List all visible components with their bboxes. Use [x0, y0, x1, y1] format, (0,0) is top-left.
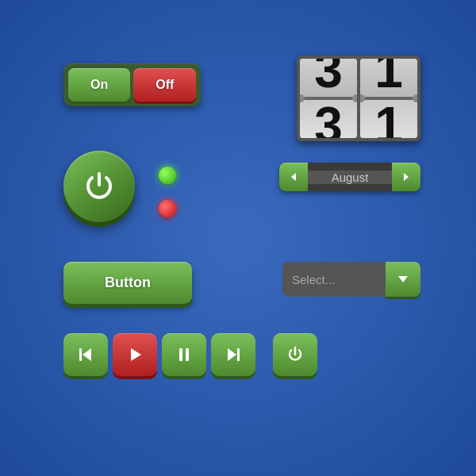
month-label: August — [308, 171, 392, 184]
svg-rect-3 — [179, 348, 182, 361]
svg-rect-0 — [79, 348, 82, 361]
svg-marker-8 — [404, 173, 409, 181]
media-play-button[interactable] — [113, 333, 157, 376]
skip-back-icon — [76, 345, 95, 364]
svg-rect-4 — [186, 348, 189, 361]
toggle-group: On Off — [63, 63, 201, 106]
flip-digit-2-top: 1 — [360, 59, 417, 98]
select-group: Select... — [282, 262, 420, 297]
svg-marker-1 — [83, 348, 91, 361]
toggle-on-button[interactable]: On — [68, 68, 130, 102]
power-button[interactable] — [63, 151, 135, 222]
svg-rect-5 — [237, 348, 240, 361]
chevron-left-icon — [288, 171, 299, 182]
flip-hinge-1 — [300, 97, 357, 100]
media-pause-button[interactable] — [162, 333, 206, 376]
led-group — [159, 167, 176, 217]
svg-marker-2 — [131, 348, 141, 361]
chevron-right-icon — [401, 171, 412, 182]
flip-hinge-2 — [360, 97, 417, 100]
month-navigator: August — [279, 163, 420, 191]
svg-marker-9 — [398, 276, 408, 282]
flip-digit-1: 3 3 — [300, 59, 357, 138]
flip-hinge-right-1 — [352, 94, 357, 102]
led-green — [159, 167, 176, 184]
media-power-button[interactable] — [273, 333, 317, 376]
svg-marker-6 — [228, 348, 236, 361]
flip-digit-2: 1 1 — [360, 59, 417, 138]
media-controls — [63, 333, 317, 376]
dropdown-arrow-icon — [396, 272, 410, 286]
flip-digit-2-bottom: 1 — [360, 98, 417, 138]
flip-hinge-right-2 — [413, 94, 417, 102]
pause-icon — [175, 345, 194, 364]
power-small-icon — [286, 345, 305, 364]
month-prev-button[interactable] — [279, 163, 308, 191]
flip-clock: 3 3 1 1 — [297, 56, 420, 141]
media-next-button[interactable] — [211, 333, 255, 376]
play-icon — [125, 345, 144, 364]
flip-digit-1-top: 3 — [300, 59, 357, 98]
ui-panel: On Off Button — [48, 48, 428, 428]
select-dropdown-button[interactable] — [386, 262, 420, 297]
flip-digit-1-bottom: 3 — [300, 98, 357, 138]
skip-forward-icon — [224, 345, 243, 364]
svg-marker-7 — [291, 173, 296, 181]
media-prev-button[interactable] — [63, 333, 108, 376]
led-red — [159, 200, 176, 217]
month-next-button[interactable] — [392, 163, 420, 191]
toggle-off-button[interactable]: Off — [133, 68, 196, 102]
main-button[interactable]: Button — [63, 262, 192, 304]
power-icon — [82, 169, 117, 204]
select-field[interactable]: Select... — [282, 262, 386, 297]
